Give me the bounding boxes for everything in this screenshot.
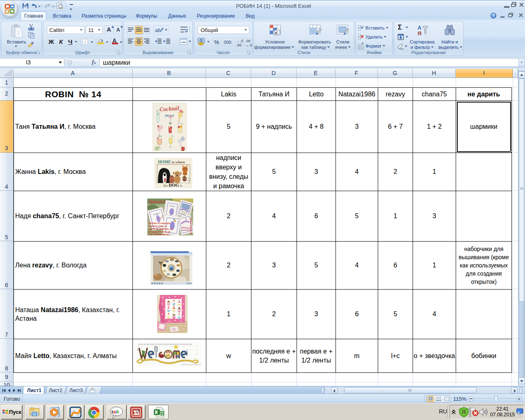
svg-text:x x x x x x x x x x x x x x x: x x x x x x x x x x x x x x x x x x x x … — [138, 343, 193, 345]
svg-text:ab: ab — [155, 27, 161, 33]
svg-text:≤: ≤ — [275, 31, 277, 35]
svg-text:HOME is where: HOME is where — [158, 160, 185, 164]
svg-text:whiskey: whiskey — [177, 123, 184, 125]
svg-text:semble de serviettes, sac: semble de serviettes, sac — [148, 228, 173, 230]
svg-text:А: А — [418, 25, 422, 31]
svg-text:talk: talk — [112, 409, 120, 414]
svg-text:un grand poster: un grand poster — [189, 217, 192, 235]
svg-text:broderies à lire, un: broderies à lire, un — [148, 225, 167, 227]
svg-text:✿: ✿ — [179, 173, 181, 176]
svg-text:www.liveinternet.ru/users/svet: www.liveinternet.ru/users/svet... — [181, 363, 201, 365]
svg-text:l'été, l'Arlésienne, etc ...: l'été, l'Arlésienne, etc ... — [148, 233, 171, 235]
svg-text:Bannière la campagne,: Bannière la campagne, — [148, 222, 171, 224]
svg-text:Я: Я — [418, 30, 421, 37]
svg-text:the DOG is: the DOG is — [163, 183, 183, 187]
